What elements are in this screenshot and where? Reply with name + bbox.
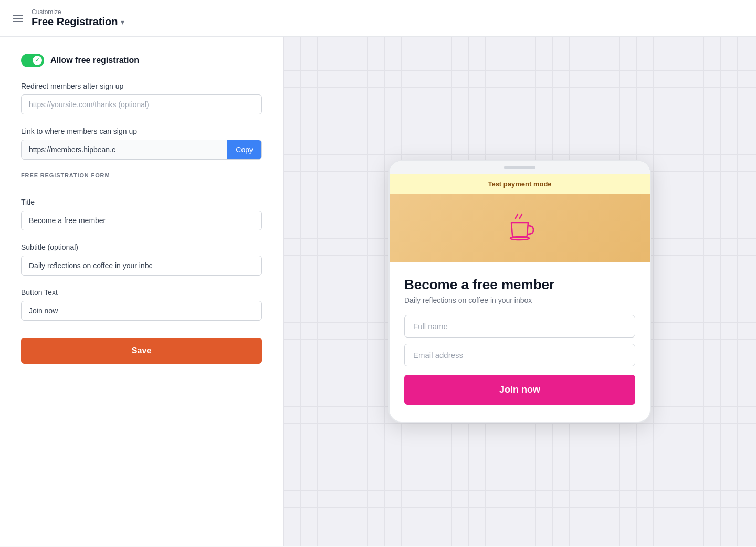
phone-mockup: Test payment mode Become a free: [388, 160, 651, 423]
title-label: Title: [21, 198, 262, 206]
link-field-group: Link to where members can sign up Copy: [21, 127, 262, 160]
title-field-group: Title: [21, 198, 262, 230]
phone-notch-bar: [390, 161, 650, 174]
test-payment-banner: Test payment mode: [390, 174, 650, 194]
test-payment-text: Test payment mode: [488, 180, 551, 188]
redirect-field-group: Redirect members after sign up: [21, 82, 262, 114]
full-name-preview-input[interactable]: [404, 315, 635, 338]
page-title: Free Registration: [32, 16, 118, 28]
main-layout: Allow free registration Redirect members…: [0, 37, 756, 546]
toggle-label: Allow free registration: [50, 56, 139, 65]
hero-section: [390, 194, 650, 262]
button-text-field-group: Button Text: [21, 288, 262, 321]
right-panel: Test payment mode Become a free: [284, 37, 756, 546]
left-panel: Allow free registration Redirect members…: [0, 37, 284, 546]
hamburger-menu-icon[interactable]: [13, 15, 23, 22]
copy-button[interactable]: Copy: [227, 140, 261, 159]
chevron-down-icon[interactable]: ▾: [121, 18, 124, 26]
link-field-row: Copy: [21, 140, 262, 160]
email-preview-input[interactable]: [404, 344, 635, 366]
toggle-row: Allow free registration: [21, 54, 262, 67]
button-text-input[interactable]: [21, 301, 262, 321]
redirect-label: Redirect members after sign up: [21, 82, 262, 90]
subtitle-label: Subtitle (optional): [21, 243, 262, 251]
section-header: FREE REGISTRATION FORM: [21, 172, 262, 185]
join-now-button[interactable]: Join now: [404, 375, 635, 405]
phone-notch: [504, 166, 536, 169]
subtitle-field-group: Subtitle (optional): [21, 243, 262, 276]
link-label: Link to where members can sign up: [21, 127, 262, 135]
subtitle-input[interactable]: [21, 256, 262, 276]
header-title-row: Free Registration ▾: [32, 16, 124, 28]
header-text: Customize Free Registration ▾: [32, 8, 124, 28]
redirect-input[interactable]: [21, 94, 262, 114]
coffee-cup-icon: [504, 212, 536, 244]
svg-point-0: [510, 237, 529, 240]
save-button[interactable]: Save: [21, 338, 262, 364]
preview-form-section: Become a free member Daily reflections o…: [390, 262, 650, 422]
preview-subtitle: Daily reflections on coffee in your inbo…: [404, 296, 635, 304]
header: Customize Free Registration ▾: [0, 0, 756, 37]
customize-label: Customize: [32, 8, 124, 16]
title-input[interactable]: [21, 211, 262, 230]
allow-registration-toggle[interactable]: [21, 54, 44, 67]
preview-title: Become a free member: [404, 277, 635, 293]
button-text-label: Button Text: [21, 288, 262, 297]
link-input[interactable]: [22, 140, 227, 159]
